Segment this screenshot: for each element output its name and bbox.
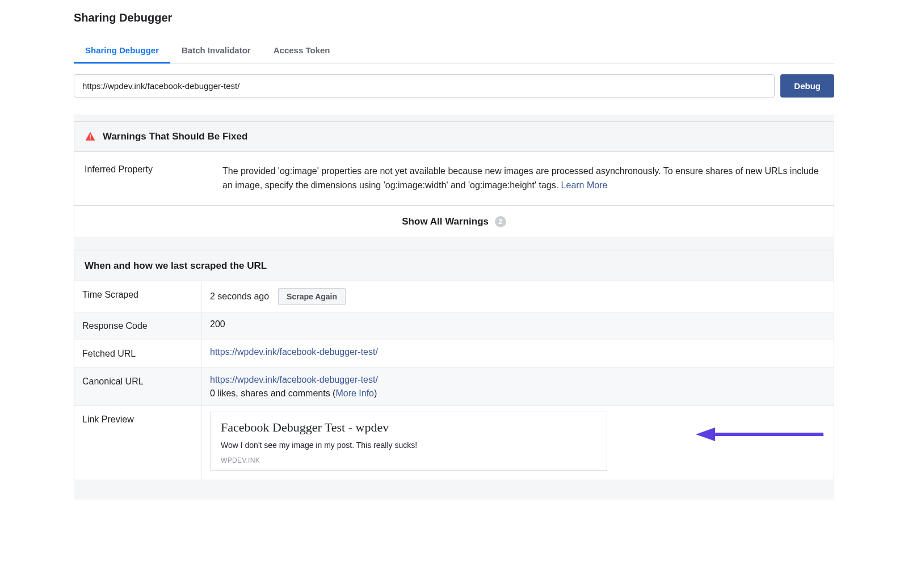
- tab-batch-invalidator[interactable]: Batch Invalidator: [170, 39, 262, 64]
- canonical-url-link[interactable]: https://wpdev.ink/facebook-debugger-test…: [210, 375, 378, 384]
- preview-title: Facebook Debugger Test - wpdev: [221, 420, 596, 435]
- scrape-again-button[interactable]: Scrape Again: [278, 288, 346, 305]
- show-all-warnings[interactable]: Show All Warnings 2: [74, 206, 834, 238]
- time-scraped-value: 2 seconds ago: [210, 291, 269, 302]
- response-code-value: 200: [202, 312, 834, 340]
- canonical-meta: 0 likes, shares and comments (: [210, 388, 335, 398]
- response-code-label: Response Code: [74, 312, 202, 340]
- warning-icon: [85, 131, 96, 142]
- more-info-link[interactable]: More Info: [335, 388, 374, 398]
- scrape-panel: When and how we last scraped the URL Tim…: [74, 251, 834, 480]
- link-preview-label: Link Preview: [74, 406, 202, 480]
- canonical-url-label: Canonical URL: [74, 368, 202, 405]
- svg-marker-3: [696, 428, 715, 441]
- fetched-url-label: Fetched URL: [74, 340, 202, 367]
- debug-button[interactable]: Debug: [780, 74, 834, 98]
- preview-domain: WPDEV.INK: [221, 456, 596, 464]
- scrape-header: When and how we last scraped the URL: [74, 251, 834, 281]
- warnings-header: Warnings That Should Be Fixed: [74, 122, 834, 152]
- svg-rect-0: [90, 135, 91, 138]
- tabs: Sharing Debugger Batch Invalidator Acces…: [74, 39, 834, 64]
- fetched-url-link[interactable]: https://wpdev.ink/facebook-debugger-test…: [210, 347, 378, 357]
- preview-description: Wow I don't see my image in my post. Thi…: [221, 441, 596, 450]
- warning-row-label: Inferred Property: [85, 164, 212, 193]
- warning-row-text: The provided 'og:image' properties are n…: [222, 164, 823, 193]
- link-preview-card: Facebook Debugger Test - wpdev Wow I don…: [210, 412, 607, 471]
- warnings-title: Warnings That Should Be Fixed: [103, 131, 247, 142]
- tab-access-token[interactable]: Access Token: [262, 39, 342, 64]
- page-title: Sharing Debugger: [74, 11, 834, 24]
- url-input[interactable]: [74, 74, 775, 98]
- svg-rect-1: [90, 138, 91, 139]
- annotation-arrow-icon: [696, 423, 826, 446]
- warnings-panel: Warnings That Should Be Fixed Inferred P…: [74, 121, 834, 238]
- time-scraped-label: Time Scraped: [74, 281, 202, 312]
- warnings-count-badge: 2: [495, 216, 506, 227]
- learn-more-link[interactable]: Learn More: [561, 180, 608, 190]
- tab-sharing-debugger[interactable]: Sharing Debugger: [74, 39, 170, 64]
